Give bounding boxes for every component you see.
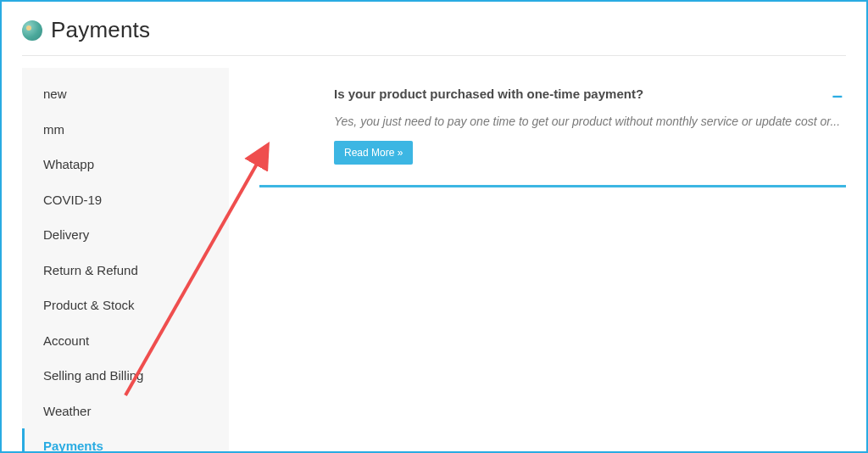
sidebar-item-payments[interactable]: Payments bbox=[22, 428, 229, 453]
sidebar-item-label: Selling and Billing bbox=[43, 368, 143, 383]
faq-panel: Is your product purchased with one-time … bbox=[229, 56, 866, 453]
category-sidebar: new mm Whatapp COVID-19 Delivery Return … bbox=[22, 68, 229, 453]
read-more-button[interactable]: Read More » bbox=[334, 141, 413, 165]
section-divider bbox=[259, 185, 846, 187]
faq-item: Is your product purchased with one-time … bbox=[259, 87, 846, 165]
sidebar-item-label: COVID-19 bbox=[43, 193, 102, 207]
sidebar-item-weather[interactable]: Weather bbox=[22, 394, 229, 429]
sidebar-item-product-stock[interactable]: Product & Stock bbox=[22, 288, 229, 323]
sidebar-item-mm[interactable]: mm bbox=[22, 112, 229, 148]
page-title: Payments bbox=[51, 17, 150, 43]
sidebar-item-covid-19[interactable]: COVID-19 bbox=[22, 182, 229, 218]
sidebar-item-whatapp[interactable]: Whatapp bbox=[22, 147, 229, 182]
sidebar-item-label: new bbox=[43, 87, 67, 101]
content-body: new mm Whatapp COVID-19 Delivery Return … bbox=[2, 56, 866, 453]
sidebar-item-label: Account bbox=[43, 333, 89, 348]
sidebar-item-label: Delivery bbox=[43, 227, 89, 242]
sidebar-item-delivery[interactable]: Delivery bbox=[22, 217, 229, 253]
collapse-icon[interactable]: – bbox=[829, 87, 846, 105]
sidebar-item-label: Weather bbox=[43, 404, 91, 418]
sidebar-item-account[interactable]: Account bbox=[22, 323, 229, 359]
sidebar-item-selling-billing[interactable]: Selling and Billing bbox=[22, 358, 229, 394]
faq-answer-excerpt: Yes, you just need to pay one time to ge… bbox=[334, 114, 846, 131]
sidebar-item-return-refund[interactable]: Return & Refund bbox=[22, 253, 229, 288]
sidebar-item-label: Payments bbox=[43, 439, 103, 453]
viewport: Payments new mm Whatapp COVID-19 Deliver… bbox=[0, 0, 868, 453]
sidebar-item-label: Whatapp bbox=[43, 157, 94, 171]
payments-category-icon bbox=[22, 20, 42, 41]
faq-header-row[interactable]: Is your product purchased with one-time … bbox=[334, 87, 846, 105]
page-header: Payments bbox=[2, 2, 866, 55]
sidebar-item-new[interactable]: new bbox=[22, 76, 229, 112]
sidebar-item-label: Return & Refund bbox=[43, 263, 138, 277]
faq-question: Is your product purchased with one-time … bbox=[334, 87, 660, 101]
sidebar-item-label: Product & Stock bbox=[43, 298, 135, 312]
sidebar-item-label: mm bbox=[43, 122, 64, 137]
